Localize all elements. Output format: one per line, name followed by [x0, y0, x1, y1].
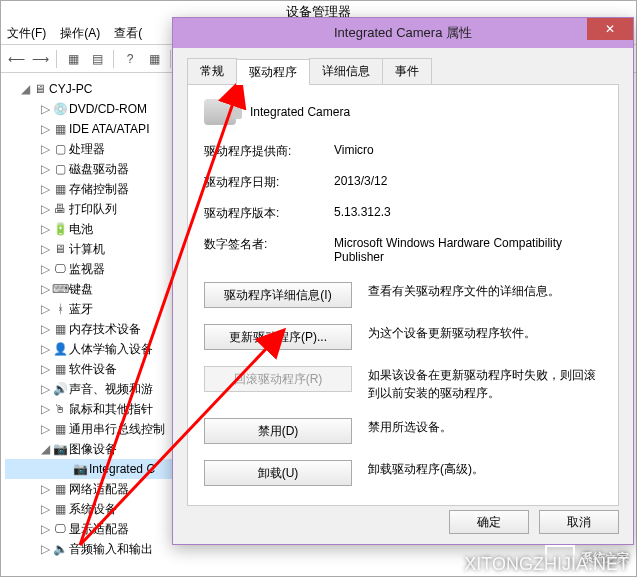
device-category-icon: 🖱 — [51, 402, 69, 416]
nav-back-icon[interactable]: ⟵ — [5, 48, 27, 70]
camera-icon: 📷 — [71, 462, 89, 476]
expand-icon[interactable]: ◢ — [19, 82, 31, 96]
tab-body: Integrated Camera 驱动程序提供商: Vimicro 驱动程序日… — [187, 84, 619, 506]
tree-label: DVD/CD-ROM — [69, 102, 147, 116]
action-row-disable: 禁用(D) 禁用所选设备。 — [204, 418, 602, 444]
cancel-button[interactable]: 取消 — [539, 510, 619, 534]
titlebar[interactable]: Integrated Camera 属性 ✕ — [173, 18, 633, 48]
expand-icon[interactable]: ▷ — [39, 482, 51, 496]
expand-icon[interactable]: ▷ — [39, 202, 51, 216]
expand-icon[interactable]: ▷ — [39, 242, 51, 256]
toolbar-icon[interactable]: ▤ — [86, 48, 108, 70]
tree-label: 监视器 — [69, 261, 105, 278]
menu-view[interactable]: 查看( — [114, 25, 142, 42]
tree-label: CYJ-PC — [49, 82, 92, 96]
device-category-icon: ▦ — [51, 422, 69, 436]
expand-icon[interactable]: ▷ — [39, 362, 51, 376]
device-category-icon: ▢ — [51, 162, 69, 176]
update-driver-button[interactable]: 更新驱动程序(P)... — [204, 324, 352, 350]
toolbar-separator — [113, 50, 114, 68]
properties-dialog: Integrated Camera 属性 ✕ 常规 驱动程序 详细信息 事件 I… — [172, 17, 634, 545]
driver-info-grid: 驱动程序提供商: Vimicro 驱动程序日期: 2013/3/12 驱动程序版… — [204, 143, 602, 264]
disable-button[interactable]: 禁用(D) — [204, 418, 352, 444]
expand-icon[interactable]: ▷ — [39, 302, 51, 316]
device-category-icon: ▦ — [51, 182, 69, 196]
tree-label: 鼠标和其他指针 — [69, 401, 153, 418]
device-category-icon: ▦ — [51, 482, 69, 496]
tree-label: 蓝牙 — [69, 301, 93, 318]
device-category-icon: ▦ — [51, 502, 69, 516]
device-category-icon: 🖥 — [51, 242, 69, 256]
disable-desc: 禁用所选设备。 — [368, 418, 602, 436]
expand-icon[interactable]: ▷ — [39, 382, 51, 396]
expand-icon[interactable]: ▷ — [39, 502, 51, 516]
menu-action[interactable]: 操作(A) — [60, 25, 100, 42]
device-category-icon: 💿 — [51, 102, 69, 116]
device-category-icon: 🖵 — [51, 262, 69, 276]
tab-driver[interactable]: 驱动程序 — [236, 59, 310, 85]
tree-label: Integrated C — [89, 462, 155, 476]
tree-label: 计算机 — [69, 241, 105, 258]
tab-strip: 常规 驱动程序 详细信息 事件 — [173, 48, 633, 84]
expand-icon[interactable]: ▷ — [39, 342, 51, 356]
signer-label: 数字签名者: — [204, 236, 334, 264]
expand-icon[interactable]: ▷ — [39, 142, 51, 156]
tree-label: 通用串行总线控制 — [69, 421, 165, 438]
toolbar-icon[interactable]: ▦ — [62, 48, 84, 70]
device-category-icon: 📷 — [51, 442, 69, 456]
expand-icon[interactable]: ▷ — [39, 422, 51, 436]
tree-label: 系统设备 — [69, 501, 117, 518]
nav-fwd-icon[interactable]: ⟶ — [29, 48, 51, 70]
expand-icon[interactable]: ▷ — [39, 322, 51, 336]
expand-icon[interactable]: ▷ — [39, 542, 51, 556]
tree-label: 内存技术设备 — [69, 321, 141, 338]
tab-general[interactable]: 常规 — [187, 58, 237, 84]
tree-label: 音频输入和输出 — [69, 541, 153, 558]
collapse-icon[interactable]: ◢ — [39, 442, 51, 456]
action-row-rollback: 回滚驱动程序(R) 如果该设备在更新驱动程序时失败，则回滚到以前安装的驱动程序。 — [204, 366, 602, 402]
camera-icon — [204, 99, 236, 125]
toolbar-icon[interactable]: ▦ — [143, 48, 165, 70]
tab-events[interactable]: 事件 — [382, 58, 432, 84]
expand-icon[interactable]: ▷ — [39, 222, 51, 236]
expand-icon[interactable]: ▷ — [39, 102, 51, 116]
device-category-icon: ⌨ — [51, 282, 69, 296]
driver-details-button[interactable]: 驱动程序详细信息(I) — [204, 282, 352, 308]
uninstall-button[interactable]: 卸载(U) — [204, 460, 352, 486]
tree-label: 图像设备 — [69, 441, 117, 458]
uninstall-desc: 卸载驱动程序(高级)。 — [368, 460, 602, 478]
provider-value: Vimicro — [334, 143, 602, 160]
close-button[interactable]: ✕ — [587, 18, 633, 40]
ok-button[interactable]: 确定 — [449, 510, 529, 534]
device-category-icon: 👤 — [51, 342, 69, 356]
rollback-driver-desc: 如果该设备在更新驱动程序时失败，则回滚到以前安装的驱动程序。 — [368, 366, 602, 402]
expand-icon[interactable]: ▷ — [39, 402, 51, 416]
expand-icon[interactable]: ▷ — [39, 182, 51, 196]
toolbar-icon[interactable]: ? — [119, 48, 141, 70]
device-category-icon: ᚼ — [51, 302, 69, 316]
expand-icon[interactable]: ▷ — [39, 162, 51, 176]
tree-label: 软件设备 — [69, 361, 117, 378]
device-category-icon: 🖵 — [51, 522, 69, 536]
device-category-icon: 🔋 — [51, 222, 69, 236]
dialog-buttons: 确定 取消 — [449, 510, 619, 534]
tree-label: 键盘 — [69, 281, 93, 298]
tree-label: 网络适配器 — [69, 481, 129, 498]
date-value: 2013/3/12 — [334, 174, 602, 191]
expand-icon[interactable]: ▷ — [39, 522, 51, 536]
tree-label: 声音、视频和游 — [69, 381, 153, 398]
version-value: 5.13.312.3 — [334, 205, 602, 222]
toolbar-separator — [56, 50, 57, 68]
device-category-icon: ▦ — [51, 122, 69, 136]
menu-file[interactable]: 文件(F) — [7, 25, 46, 42]
device-category-icon: 🖶 — [51, 202, 69, 216]
device-category-icon: 🔊 — [51, 382, 69, 396]
action-row-uninstall: 卸载(U) 卸载驱动程序(高级)。 — [204, 460, 602, 486]
device-category-icon: ▦ — [51, 322, 69, 336]
expand-icon[interactable]: ▷ — [39, 282, 51, 296]
tree-label: 磁盘驱动器 — [69, 161, 129, 178]
expand-icon[interactable]: ▷ — [39, 262, 51, 276]
expand-icon[interactable]: ▷ — [39, 122, 51, 136]
tab-details[interactable]: 详细信息 — [309, 58, 383, 84]
driver-details-desc: 查看有关驱动程序文件的详细信息。 — [368, 282, 602, 300]
